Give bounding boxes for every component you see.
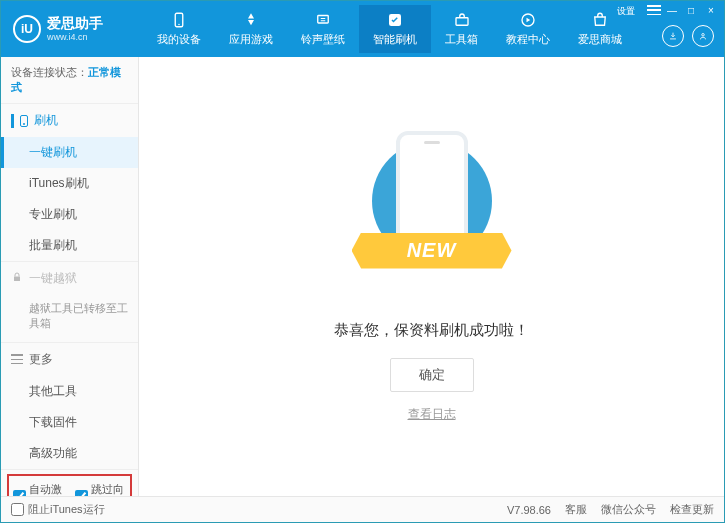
menu-icon [11, 354, 23, 364]
apps-icon [242, 11, 260, 29]
svg-point-6 [702, 34, 705, 37]
nav-label: 我的设备 [157, 32, 201, 47]
logo: iU 爱思助手 www.i4.cn [13, 15, 103, 43]
check-update-link[interactable]: 检查更新 [670, 502, 714, 517]
lock-icon [11, 271, 23, 286]
jailbreak-note: 越狱工具已转移至工具箱 [1, 295, 138, 342]
success-illustration: NEW [352, 131, 512, 301]
window-controls: 设置 — □ × [614, 5, 718, 18]
sidebar: 设备连接状态：正常模式 刷机 一键刷机 iTunes刷机 专业刷机 批量刷机 [1, 57, 139, 496]
svg-point-1 [178, 24, 180, 26]
nav-tutorial[interactable]: 教程中心 [492, 5, 564, 53]
sidebar-item-other-tools[interactable]: 其他工具 [1, 376, 138, 407]
version-label: V7.98.66 [507, 504, 551, 516]
nav-label: 应用游戏 [229, 32, 273, 47]
maximize-button[interactable]: □ [684, 5, 698, 18]
wechat-link[interactable]: 微信公众号 [601, 502, 656, 517]
nav-label: 爱思商城 [578, 32, 622, 47]
main-panel: NEW 恭喜您，保资料刷机成功啦！ 确定 查看日志 [139, 57, 724, 496]
toolbox-icon [453, 11, 471, 29]
success-message: 恭喜您，保资料刷机成功啦！ [334, 321, 529, 340]
phone-icon [170, 11, 188, 29]
svg-rect-7 [14, 277, 20, 282]
sidebar-section-flash[interactable]: 刷机 [1, 104, 138, 137]
nav-toolbox[interactable]: 工具箱 [431, 5, 492, 53]
ok-button[interactable]: 确定 [390, 358, 474, 392]
statusbar: 阻止iTunes运行 V7.98.66 客服 微信公众号 检查更新 [1, 496, 724, 522]
connection-status: 设备连接状态：正常模式 [1, 57, 138, 104]
sidebar-section-more[interactable]: 更多 [1, 343, 138, 376]
flash-icon [386, 11, 404, 29]
svg-rect-2 [318, 16, 329, 24]
ringtone-icon [314, 11, 332, 29]
sidebar-item-batch-flash[interactable]: 批量刷机 [1, 230, 138, 261]
nav-label: 铃声壁纸 [301, 32, 345, 47]
sidebar-section-jailbreak[interactable]: 一键越狱 [1, 262, 138, 295]
checkbox-skip-guide[interactable]: 跳过向导 [75, 482, 127, 496]
settings-icon[interactable]: 设置 [614, 5, 638, 18]
nav-my-device[interactable]: 我的设备 [143, 5, 215, 53]
sidebar-item-itunes-flash[interactable]: iTunes刷机 [1, 168, 138, 199]
checkbox-auto-activate[interactable]: 自动激活 [13, 482, 65, 496]
phone-icon [20, 115, 28, 127]
nav-apps[interactable]: 应用游戏 [215, 5, 287, 53]
sidebar-item-pro-flash[interactable]: 专业刷机 [1, 199, 138, 230]
close-button[interactable]: × [704, 5, 718, 18]
customer-service-link[interactable]: 客服 [565, 502, 587, 517]
tutorial-icon [519, 11, 537, 29]
new-ribbon: NEW [352, 233, 512, 269]
menu-icon[interactable] [644, 5, 658, 18]
sidebar-item-advanced[interactable]: 高级功能 [1, 438, 138, 469]
logo-icon: iU [13, 15, 41, 43]
minimize-button[interactable]: — [664, 5, 678, 18]
svg-rect-4 [456, 18, 468, 26]
app-name: 爱思助手 [47, 15, 103, 32]
titlebar: 设置 — □ × iU 爱思助手 www.i4.cn 我的设备 应用游戏 [1, 1, 724, 57]
nav-label: 工具箱 [445, 32, 478, 47]
nav-ringtone[interactable]: 铃声壁纸 [287, 5, 359, 53]
download-icon[interactable] [662, 25, 684, 47]
nav-flash[interactable]: 智能刷机 [359, 5, 431, 53]
main-nav: 我的设备 应用游戏 铃声壁纸 智能刷机 工具箱 教程中心 [143, 5, 636, 53]
app-url: www.i4.cn [47, 32, 103, 43]
view-log-link[interactable]: 查看日志 [408, 406, 456, 423]
checkbox-block-itunes[interactable]: 阻止iTunes运行 [11, 502, 105, 517]
nav-label: 智能刷机 [373, 32, 417, 47]
nav-label: 教程中心 [506, 32, 550, 47]
sidebar-item-download-firmware[interactable]: 下载固件 [1, 407, 138, 438]
user-icon[interactable] [692, 25, 714, 47]
store-icon [591, 11, 609, 29]
options-highlighted: 自动激活 跳过向导 [7, 474, 132, 496]
sidebar-item-oneclick-flash[interactable]: 一键刷机 [1, 137, 138, 168]
